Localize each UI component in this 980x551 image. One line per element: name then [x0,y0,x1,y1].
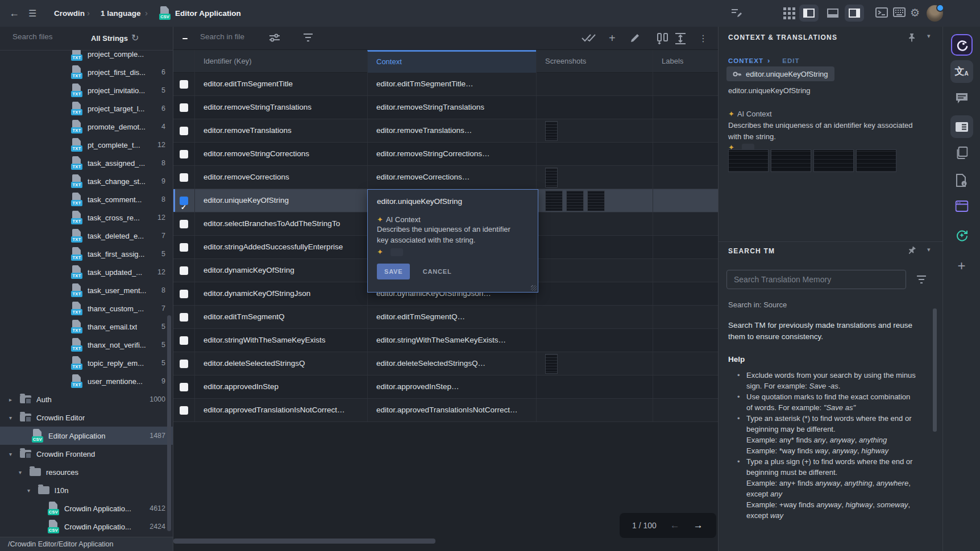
identifier-cell[interactable]: editor.approvedTranslationIsNotCorrect… [194,399,367,421]
crowdin-logo-icon[interactable] [951,34,973,56]
labels-cell[interactable] [653,96,718,119]
screenshots-cell[interactable] [536,375,653,398]
labels-cell[interactable] [653,119,718,142]
row-checkbox-cell[interactable] [173,119,194,142]
labels-cell[interactable] [653,143,718,165]
row-checkbox[interactable] [180,80,188,89]
labels-cell[interactable] [653,189,718,212]
terminal-icon[interactable] [875,7,888,18]
context-cell[interactable]: editor.editTmSegmentQ… [367,306,536,328]
search-files-input[interactable] [11,32,82,41]
columns-icon[interactable] [656,33,670,44]
context-cell[interactable]: editor.approvedInStep… [367,375,536,398]
breadcrumb-language[interactable]: 1 language [101,0,141,27]
screenshot-thumbnail[interactable] [856,149,896,172]
tab-context[interactable]: CONTEXT [728,57,763,64]
string-row[interactable]: editor.removeStringCorrections editor.re… [173,143,718,166]
file-tree-item[interactable]: TXT task_deleted_e... 7 [0,227,173,245]
row-checkbox-cell[interactable] [173,329,194,352]
row-checkbox-cell[interactable] [173,306,194,328]
file-tree-item[interactable]: TXT promote_demot... 4 [0,118,173,136]
row-checkbox-cell[interactable] [173,375,194,398]
search-scope-label[interactable]: Search in: Source [728,300,787,309]
back-icon[interactable]: ← [9,0,19,27]
edit-list-icon[interactable] [731,8,742,18]
file-tree-item[interactable]: TXT thanx_email.txt 5 [0,318,173,336]
identifier-cell[interactable]: editor.deleteSelectedStringsQ [194,352,367,375]
column-header-identifier[interactable]: Identifier (Key) [194,50,367,73]
row-checkbox[interactable] [180,406,188,415]
row-checkbox-cell[interactable] [173,236,194,258]
row-checkbox-cell[interactable] [173,352,194,375]
save-button[interactable]: SAVE [377,264,410,279]
context-cell[interactable]: editor.deleteSelectedStringsQ… [367,352,536,375]
labels-cell[interactable] [653,306,718,328]
identifier-cell[interactable]: editor.editTmSegmentTitle [194,73,367,95]
row-checkbox-cell[interactable] [173,399,194,421]
labels-cell[interactable] [653,212,718,235]
screenshot-thumbnail[interactable] [566,190,584,211]
edit-pencil-icon[interactable] [630,33,640,43]
string-row[interactable]: editor.stringWithTheSameKeyExists editor… [173,329,718,352]
screenshots-cell[interactable] [536,352,653,375]
identifier-cell[interactable]: editor.selectBranchesToAddTheStringTo [194,212,367,235]
string-row[interactable]: editor.removeCorrections editor.removeCo… [173,166,718,189]
screenshot-thumbnail[interactable] [545,190,563,211]
row-checkbox[interactable] [180,173,188,182]
row-checkbox[interactable] [180,313,188,322]
settings-gear-icon[interactable]: ⚙ [910,0,920,27]
screenshot-thumbnail[interactable] [545,121,558,141]
chevron-down-icon[interactable]: ▾ [927,32,931,40]
screenshots-cell[interactable] [536,166,653,189]
labels-cell[interactable] [653,399,718,421]
file-tree-item[interactable]: TXT thanx_not_verifi... 5 [0,336,173,354]
identifier-cell[interactable]: editor.removeStringTranslations [194,96,367,119]
overflow-menu-icon[interactable]: ⋮ [699,33,708,44]
strings-filter-dropdown[interactable]: All Strings [91,27,128,50]
row-checkbox[interactable] [180,103,188,112]
context-panel-card-icon[interactable] [950,115,973,138]
layout-bottom-panel-icon[interactable] [827,9,838,18]
file-tree-item[interactable]: TXT task_updated_... 12 [0,263,173,281]
ai-sync-icon[interactable] [956,229,968,241]
string-row[interactable]: editor.removeStringTranslations editor.r… [173,96,718,119]
screenshots-cell[interactable] [536,96,653,119]
screenshots-cell[interactable] [536,143,653,165]
row-checkbox[interactable] [180,290,188,298]
pin-slanted-icon[interactable] [907,246,916,255]
file-tree-item[interactable]: TXT project_target_l... 6 [0,99,173,118]
file-tree-item[interactable]: TXT task_assigned_... 8 [0,154,173,172]
string-row[interactable]: editor.editTmSegmentTitle editor.editTmS… [173,73,718,96]
pages-icon[interactable] [956,147,967,159]
avatar[interactable] [927,5,943,22]
pin-icon[interactable] [908,33,916,42]
file-tree-item[interactable]: CSV Crowdin Applicatio... 4612 [0,499,173,517]
file-tree-item[interactable]: TXT thanx_custom_... 7 [0,299,173,318]
panel-scrollbar[interactable] [933,308,937,432]
chevron-down-icon[interactable]: ▾ [927,246,931,253]
context-cell[interactable]: editor.approvedTranslationIsNotCorrect… [367,399,536,421]
file-tree-item[interactable]: TXT user_mentione... 9 [0,372,173,390]
breadcrumb-file[interactable]: Editor Application [175,0,241,27]
file-tree-item[interactable]: ▾ resources [0,463,173,481]
string-row[interactable]: editor.removeTranslations editor.removeT… [173,119,718,143]
screenshots-cell[interactable] [536,212,653,235]
labels-cell[interactable] [653,166,718,189]
file-tree-item[interactable]: TXT task_comment... 8 [0,190,173,208]
identifier-cell[interactable]: editor.dynamicKeyOfStringJson [194,282,367,305]
string-row[interactable]: editor.approvedInStep editor.approvedInS… [173,375,718,399]
add-string-icon[interactable]: + [609,32,616,45]
row-checkbox[interactable] [180,383,188,391]
layout-left-panel-icon[interactable] [799,5,819,22]
labels-cell[interactable] [653,329,718,352]
file-tree-item[interactable]: TXT topic_reply_em... 5 [0,354,173,372]
identifier-cell[interactable]: editor.uniqueKeyOfString [194,189,367,212]
refresh-icon[interactable]: ↻ [131,27,139,50]
screenshots-cell[interactable] [536,73,653,95]
file-tree-item[interactable]: TXT task_cross_re... 12 [0,208,173,227]
tree-toggle-icon[interactable]: ▾ [27,487,35,494]
filter-icon[interactable] [303,33,313,42]
row-checkbox[interactable] [180,150,188,158]
row-checkbox-cell[interactable] [173,143,194,165]
tab-edit[interactable]: EDIT [782,57,799,64]
